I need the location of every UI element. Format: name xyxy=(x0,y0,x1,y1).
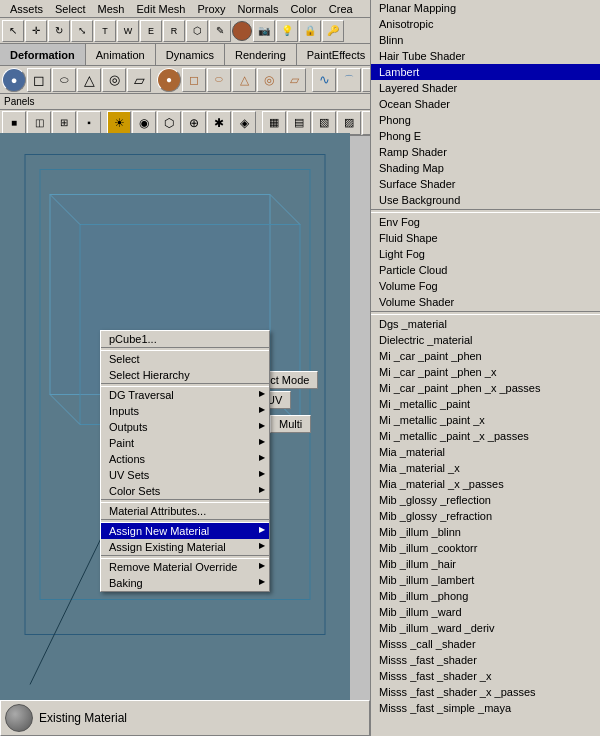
icon-curve2[interactable]: ⌒ xyxy=(337,68,361,92)
tool-select[interactable]: ↖ xyxy=(2,20,24,42)
ctx-item-assign-existing-material[interactable]: Assign Existing Material xyxy=(101,539,269,555)
ctx-item-dg-traversal[interactable]: DG Traversal xyxy=(101,387,269,403)
panel-btn-1[interactable]: ■ xyxy=(2,111,26,135)
icon-cone[interactable]: △ xyxy=(77,68,101,92)
panel-btn-cam1[interactable]: ▦ xyxy=(262,111,286,135)
tool-camera[interactable]: 📷 xyxy=(253,20,275,42)
shader-item-phong-e[interactable]: Phong E xyxy=(371,128,600,144)
shader-item-volume-fog[interactable]: Volume Fog xyxy=(371,278,600,294)
multi-button[interactable]: Multi xyxy=(270,415,311,433)
tool-rotate[interactable]: ↻ xyxy=(48,20,70,42)
icon-nurbs-cyl[interactable]: ⬭ xyxy=(207,68,231,92)
shader-item-env-fog[interactable]: Env Fog xyxy=(371,214,600,230)
panel-btn-cam3[interactable]: ▧ xyxy=(312,111,336,135)
ctx-item-inputs[interactable]: Inputs xyxy=(101,403,269,419)
panel-btn-8[interactable]: ✱ xyxy=(207,111,231,135)
icon-curve1[interactable]: ∿ xyxy=(312,68,336,92)
icon-cube[interactable]: ◻ xyxy=(27,68,51,92)
shader-item-mib--glossy--reflection[interactable]: Mib _glossy _reflection xyxy=(371,492,600,508)
shader-item-mib--illum--ward--deriv[interactable]: Mib _illum _ward _deriv xyxy=(371,620,600,636)
panel-btn-6[interactable]: ⬡ xyxy=(157,111,181,135)
tool-e[interactable]: E xyxy=(140,20,162,42)
shader-item-misss--fast--shader--x[interactable]: Misss _fast _shader _x xyxy=(371,668,600,684)
shader-item-mia--material--x[interactable]: Mia _material _x xyxy=(371,460,600,476)
tool-light[interactable]: 💡 xyxy=(276,20,298,42)
icon-sphere[interactable]: ● xyxy=(2,68,26,92)
tool-move[interactable]: ✛ xyxy=(25,20,47,42)
panel-btn-4[interactable]: ▪ xyxy=(77,111,101,135)
tool-w[interactable]: W xyxy=(117,20,139,42)
shader-item-layered-shader[interactable]: Layered Shader xyxy=(371,80,600,96)
shader-item-mib--illum--cooktorr[interactable]: Mib _illum _cooktorr xyxy=(371,540,600,556)
shader-item-mi--car--paint--phen--x--passes[interactable]: Mi _car _paint _phen _x _passes xyxy=(371,380,600,396)
shader-item-fluid-shape[interactable]: Fluid Shape xyxy=(371,230,600,246)
tool-scale[interactable]: ⤡ xyxy=(71,20,93,42)
shader-item-mib--illum--ward[interactable]: Mib _illum _ward xyxy=(371,604,600,620)
shader-item-particle-cloud[interactable]: Particle Cloud xyxy=(371,262,600,278)
shader-item-mi--car--paint--phen[interactable]: Mi _car _paint _phen xyxy=(371,348,600,364)
shader-item-blinn[interactable]: Blinn xyxy=(371,32,600,48)
shader-item-ocean-shader[interactable]: Ocean Shader xyxy=(371,96,600,112)
tab-rendering[interactable]: Rendering xyxy=(225,44,297,65)
shader-item-mib--glossy--refraction[interactable]: Mib _glossy _refraction xyxy=(371,508,600,524)
tool-key[interactable]: 🔑 xyxy=(322,20,344,42)
shader-item-mi--metallic--paint[interactable]: Mi _metallic _paint xyxy=(371,396,600,412)
menu-color[interactable]: Color xyxy=(285,3,323,15)
shader-item-mi--car--paint--phen--x[interactable]: Mi _car _paint _phen _x xyxy=(371,364,600,380)
tool-lock[interactable]: 🔒 xyxy=(299,20,321,42)
shader-item-lambert[interactable]: Lambert xyxy=(371,64,600,80)
shader-item-misss--fast--simple--maya[interactable]: Misss _fast _simple _maya xyxy=(371,700,600,716)
icon-nurbs-cone[interactable]: △ xyxy=(232,68,256,92)
icon-nurbs-plane[interactable]: ▱ xyxy=(282,68,306,92)
tab-animation[interactable]: Animation xyxy=(86,44,156,65)
icon-cylinder[interactable]: ⬭ xyxy=(52,68,76,92)
menu-proxy[interactable]: Proxy xyxy=(191,3,231,15)
ctx-item-remove-material-override[interactable]: Remove Material Override xyxy=(101,559,269,575)
menu-mesh[interactable]: Mesh xyxy=(92,3,131,15)
tool-r[interactable]: R xyxy=(163,20,185,42)
panel-btn-cam4[interactable]: ▨ xyxy=(337,111,361,135)
ctx-item-paint[interactable]: Paint xyxy=(101,435,269,451)
shader-item-phong[interactable]: Phong xyxy=(371,112,600,128)
shader-item-misss--fast--shader[interactable]: Misss _fast _shader xyxy=(371,652,600,668)
menu-edit-mesh[interactable]: Edit Mesh xyxy=(131,3,192,15)
panel-btn-cam2[interactable]: ▤ xyxy=(287,111,311,135)
tab-deformation[interactable]: Deformation xyxy=(0,44,86,65)
shader-item-hair-tube-shader[interactable]: Hair Tube Shader xyxy=(371,48,600,64)
shader-item-mia--material[interactable]: Mia _material xyxy=(371,444,600,460)
tab-dynamics[interactable]: Dynamics xyxy=(156,44,225,65)
shader-item-volume-shader[interactable]: Volume Shader xyxy=(371,294,600,310)
shader-item-surface-shader[interactable]: Surface Shader xyxy=(371,176,600,192)
shader-item-mib--illum--lambert[interactable]: Mib _illum _lambert xyxy=(371,572,600,588)
shader-item-mi--metallic--paint--x--passes[interactable]: Mi _metallic _paint _x _passes xyxy=(371,428,600,444)
icon-nurbs-sphere[interactable]: ● xyxy=(157,68,181,92)
ctx-item-material-attributes---[interactable]: Material Attributes... xyxy=(101,503,269,519)
ctx-item-outputs[interactable]: Outputs xyxy=(101,419,269,435)
icon-torus[interactable]: ◎ xyxy=(102,68,126,92)
menu-assets[interactable]: Assets xyxy=(4,3,49,15)
shader-item-mi--metallic--paint--x[interactable]: Mi _metallic _paint _x xyxy=(371,412,600,428)
panel-btn-2[interactable]: ◫ xyxy=(27,111,51,135)
shader-item-use-background[interactable]: Use Background xyxy=(371,192,600,208)
tool-history[interactable] xyxy=(232,21,252,41)
shader-item-dielectric--material[interactable]: Dielectric _material xyxy=(371,332,600,348)
ctx-item-actions[interactable]: Actions xyxy=(101,451,269,467)
ctx-item-select[interactable]: Select xyxy=(101,351,269,367)
menu-crea[interactable]: Crea xyxy=(323,3,359,15)
icon-nurbs-torus[interactable]: ◎ xyxy=(257,68,281,92)
ctx-item-assign-new-material[interactable]: Assign New Material xyxy=(101,523,269,539)
tab-painteffects[interactable]: PaintEffects xyxy=(297,44,377,65)
ctx-item-select-hierarchy[interactable]: Select Hierarchy xyxy=(101,367,269,383)
icon-nurbs-cube[interactable]: ◻ xyxy=(182,68,206,92)
ctx-item-pcube1---[interactable]: pCube1... xyxy=(101,331,269,347)
shader-item-misss--fast--shader--x--passes[interactable]: Misss _fast _shader _x _passes xyxy=(371,684,600,700)
tool-paint[interactable]: ✎ xyxy=(209,20,231,42)
ctx-item-uv-sets[interactable]: UV Sets xyxy=(101,467,269,483)
tool-lattice[interactable]: ⬡ xyxy=(186,20,208,42)
shader-item-mib--illum--phong[interactable]: Mib _illum _phong xyxy=(371,588,600,604)
shader-item-shading-map[interactable]: Shading Map xyxy=(371,160,600,176)
panel-btn-5[interactable]: ◉ xyxy=(132,111,156,135)
menu-normals[interactable]: Normals xyxy=(232,3,285,15)
shader-item-anisotropic[interactable]: Anisotropic xyxy=(371,16,600,32)
shader-item-mib--illum--hair[interactable]: Mib _illum _hair xyxy=(371,556,600,572)
